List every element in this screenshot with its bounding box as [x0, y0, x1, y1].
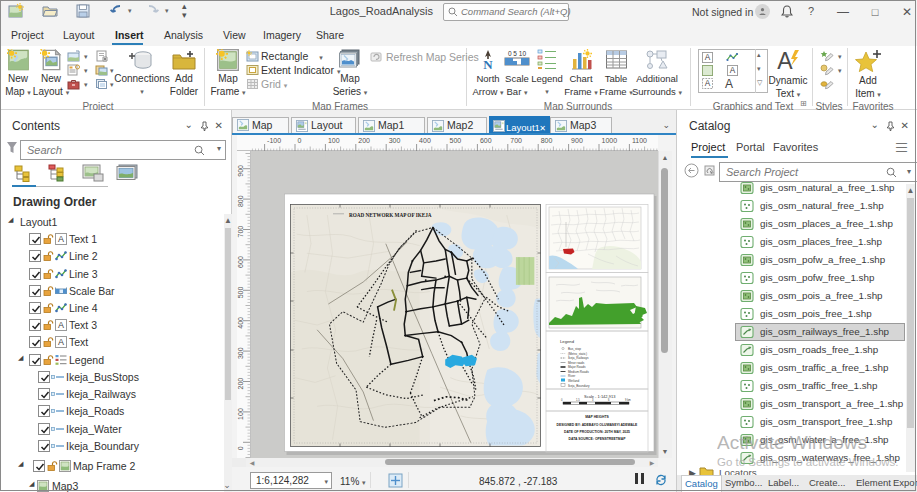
svg-text:Scale - 1:142,913: Scale - 1:142,913 — [584, 394, 616, 399]
svg-text:500: 500 — [237, 287, 244, 299]
svg-text:Minor roads: Minor roads — [568, 361, 585, 365]
svg-text:800: 800 — [541, 137, 553, 144]
svg-text:-100: -100 — [267, 137, 281, 144]
svg-text:700: 700 — [510, 137, 522, 144]
svg-text:Legend: Legend — [560, 339, 575, 344]
svg-text:A: A — [705, 79, 711, 88]
svg-text:9 km: 9 km — [625, 398, 631, 402]
svg-text:900: 900 — [571, 137, 583, 144]
svg-text:900: 900 — [237, 165, 244, 177]
svg-text:0: 0 — [298, 137, 302, 144]
svg-text:1.5: 1.5 — [576, 398, 580, 402]
svg-text:ROAD NETWORK MAP OF IKEJA: ROAD NETWORK MAP OF IKEJA — [349, 212, 432, 218]
svg-text:500: 500 — [450, 137, 462, 144]
svg-text:DATA SOURCE: OPENSTREETMAP: DATA SOURCE: OPENSTREETMAP — [569, 437, 627, 441]
svg-text:A: A — [777, 49, 793, 73]
svg-text:(Metro_static): (Metro_static) — [568, 352, 587, 356]
svg-text:300: 300 — [389, 137, 401, 144]
svg-text:600: 600 — [237, 256, 244, 268]
svg-text:Major Roads: Major Roads — [568, 365, 586, 369]
svg-text:400: 400 — [419, 137, 431, 144]
svg-text:DATE OF PRODUCTION: 20TH MAY,: DATE OF PRODUCTION: 20TH MAY, 2025 — [564, 430, 630, 434]
svg-text:700: 700 — [237, 226, 244, 238]
svg-text:800: 800 — [237, 195, 244, 207]
svg-text:N: N — [483, 57, 493, 71]
svg-text:Wetland: Wetland — [568, 379, 580, 383]
svg-text:200: 200 — [237, 378, 244, 390]
svg-text:DESIGNED BY: ADEBAYO OLUWASEYI: DESIGNED BY: ADEBAYO OLUWASEYI ADEWALE — [557, 423, 638, 427]
svg-text:MAP HEIGHTS: MAP HEIGHTS — [585, 415, 609, 419]
svg-text:Medium Roads: Medium Roads — [568, 370, 589, 374]
svg-text:100: 100 — [237, 408, 244, 420]
svg-text:300: 300 — [237, 347, 244, 359]
svg-text:Ikeja_Boundary: Ikeja_Boundary — [568, 384, 590, 388]
svg-text:100: 100 — [328, 137, 340, 144]
svg-text:Bus_stop: Bus_stop — [568, 347, 581, 351]
svg-text:200: 200 — [358, 137, 370, 144]
svg-text:600: 600 — [480, 137, 492, 144]
svg-text:Ikeja_Railways: Ikeja_Railways — [568, 356, 589, 360]
svg-text:400: 400 — [237, 317, 244, 329]
svg-text:1100: 1100 — [632, 137, 647, 144]
svg-text:0: 0 — [237, 446, 244, 450]
svg-text:River: River — [568, 374, 575, 378]
svg-text:1000: 1000 — [602, 137, 618, 144]
svg-text:0 5 10: 0 5 10 — [508, 50, 526, 57]
